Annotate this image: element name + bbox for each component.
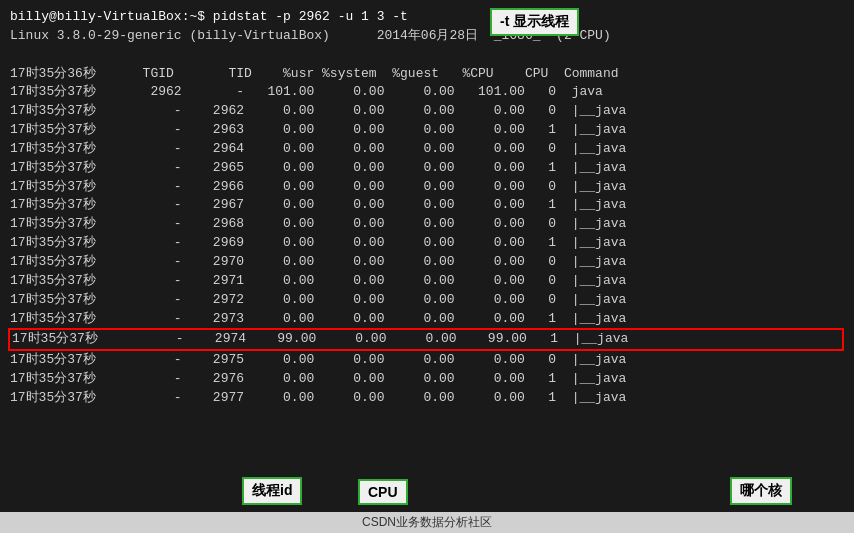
table-row: 17时35分37秒 - 2977 0.00 0.00 0.00 0.00 1 |… — [10, 389, 844, 408]
annotation-bottom-core: 哪个核 — [730, 477, 792, 505]
table-row: 17时35分37秒 - 2966 0.00 0.00 0.00 0.00 0 |… — [10, 178, 844, 197]
table-row: 17时35分37秒 - 2962 0.00 0.00 0.00 0.00 0 |… — [10, 102, 844, 121]
bottom-label: CSDN业务数据分析社区 — [0, 512, 854, 533]
table-row: 17时35分37秒 - 2971 0.00 0.00 0.00 0.00 0 |… — [10, 272, 844, 291]
annotation-bottom-cpu: CPU — [358, 479, 408, 505]
table-row: 17时35分37秒 - 2975 0.00 0.00 0.00 0.00 0 |… — [10, 351, 844, 370]
table-row: 17时35分37秒 - 2968 0.00 0.00 0.00 0.00 0 |… — [10, 215, 844, 234]
table-row: 17时35分37秒 - 2973 0.00 0.00 0.00 0.00 1 |… — [10, 310, 844, 329]
terminal-window: billy@billy-VirtualBox:~$ pidstat -p 296… — [0, 0, 854, 533]
table-row: 17时35分37秒 - 2976 0.00 0.00 0.00 0.00 1 |… — [10, 370, 844, 389]
command-line: billy@billy-VirtualBox:~$ pidstat -p 296… — [10, 8, 844, 27]
table-row: 17时35分37秒 - 2963 0.00 0.00 0.00 0.00 1 |… — [10, 121, 844, 140]
sys-info-line: Linux 3.8.0-29-generic (billy-VirtualBox… — [10, 27, 844, 46]
blank-line — [10, 46, 844, 65]
table-row: 17时35分37秒 - 2969 0.00 0.00 0.00 0.00 1 |… — [10, 234, 844, 253]
table-row: 17时35分37秒 - 2965 0.00 0.00 0.00 0.00 1 |… — [10, 159, 844, 178]
table-row: 17时35分37秒 2962 - 101.00 0.00 0.00 101.00… — [10, 83, 844, 102]
annotation-bottom-thread-id: 线程id — [242, 477, 302, 505]
table-row: 17时35分37秒 - 2974 99.00 0.00 0.00 99.00 1… — [8, 328, 844, 351]
table-row: 17时35分37秒 - 2964 0.00 0.00 0.00 0.00 0 |… — [10, 140, 844, 159]
table-row: 17时35分37秒 - 2970 0.00 0.00 0.00 0.00 0 |… — [10, 253, 844, 272]
table-row: 17时35分37秒 - 2967 0.00 0.00 0.00 0.00 1 |… — [10, 196, 844, 215]
column-header: 17时35分36秒 TGID TID %usr %system %guest %… — [10, 65, 844, 84]
annotation-top: -t 显示线程 — [490, 8, 579, 36]
data-rows-container: 17时35分37秒 2962 - 101.00 0.00 0.00 101.00… — [10, 83, 844, 407]
table-row: 17时35分37秒 - 2972 0.00 0.00 0.00 0.00 0 |… — [10, 291, 844, 310]
